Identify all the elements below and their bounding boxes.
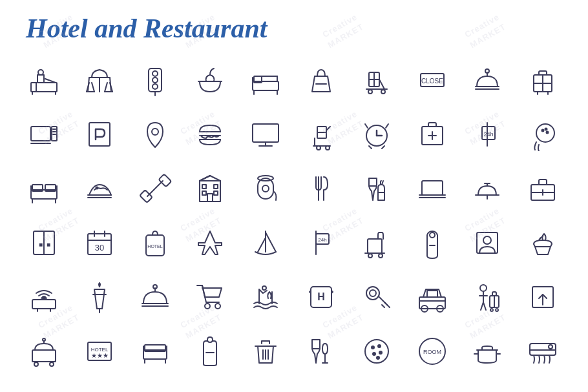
svg-point-37 — [381, 90, 385, 94]
icon-calendar: 30 — [75, 218, 124, 267]
icon-trash — [241, 327, 290, 376]
svg-point-68 — [326, 146, 330, 150]
svg-point-146 — [430, 232, 435, 238]
svg-rect-189 — [32, 350, 56, 362]
icon-cart-cloche — [19, 327, 68, 376]
svg-point-213 — [365, 340, 388, 363]
svg-point-43 — [485, 69, 489, 73]
svg-rect-0 — [31, 83, 57, 92]
svg-rect-150 — [32, 300, 56, 309]
icon-fish-meal — [75, 164, 124, 213]
icon-suitcase — [518, 56, 567, 105]
icon-tv — [19, 110, 68, 159]
svg-text:24h: 24h — [484, 131, 494, 138]
svg-line-75 — [369, 146, 372, 149]
svg-line-34 — [379, 79, 384, 89]
svg-point-56 — [152, 129, 158, 135]
icon-taxi — [408, 273, 457, 322]
icon-drink-cup — [75, 273, 124, 322]
svg-point-149 — [483, 236, 491, 244]
icon-first-aid — [408, 110, 457, 159]
icon-single-bed — [131, 327, 180, 376]
icon-wifi-table — [19, 273, 68, 322]
svg-rect-60 — [253, 124, 278, 142]
watermark: CreativeMARKET — [462, 11, 509, 51]
icon-wine-bottle-glass — [297, 327, 346, 376]
icon-trolley-bottle — [352, 218, 401, 267]
icon-luggage-cart — [352, 56, 401, 105]
svg-point-19 — [152, 77, 158, 83]
svg-line-170 — [384, 302, 387, 305]
svg-line-74 — [386, 124, 388, 128]
icon-laptop — [408, 164, 457, 213]
svg-point-214 — [372, 346, 374, 349]
svg-point-191 — [43, 338, 45, 341]
icon-cupcake — [518, 218, 567, 267]
svg-rect-104 — [214, 185, 218, 189]
svg-point-185 — [490, 309, 493, 311]
svg-line-107 — [200, 176, 210, 181]
svg-point-144 — [379, 254, 383, 258]
svg-rect-98 — [140, 190, 152, 203]
svg-point-216 — [373, 353, 375, 355]
icon-monitor — [241, 110, 290, 159]
svg-rect-116 — [422, 181, 443, 195]
icon-hotel-tag: HOTEL — [131, 218, 180, 267]
icon-briefcase — [518, 164, 567, 213]
icon-room-sign: ROOM — [408, 327, 457, 376]
svg-line-76 — [382, 146, 384, 149]
icon-traffic-light — [131, 56, 180, 105]
icon-reception-desk — [19, 56, 68, 105]
icon-person-luggage — [463, 273, 512, 322]
svg-line-182 — [483, 302, 486, 310]
svg-line-15 — [105, 83, 107, 92]
icon-cloche-large — [131, 273, 180, 322]
svg-point-111 — [262, 185, 269, 192]
icon-air-conditioner — [518, 327, 567, 376]
icon-door-hanger — [185, 327, 235, 376]
svg-point-83 — [536, 124, 554, 142]
icon-24h-flag: 24h — [297, 218, 346, 267]
icon-food-bowl — [185, 56, 235, 105]
icon-bed — [241, 56, 290, 105]
icon-pot — [463, 327, 512, 376]
svg-rect-102 — [207, 194, 213, 201]
icon-pool — [241, 273, 290, 322]
icon-double-bed — [19, 164, 68, 213]
icon-location-pin — [131, 110, 180, 159]
icon-luggage-trolley — [297, 110, 346, 159]
svg-point-162 — [262, 286, 266, 290]
svg-point-178 — [480, 285, 487, 291]
svg-text:■: ■ — [39, 241, 43, 248]
svg-point-86 — [547, 132, 549, 134]
svg-rect-17 — [149, 68, 162, 92]
icon-key — [352, 273, 401, 322]
page-title: Hotel and Restaurant — [19, 13, 267, 44]
svg-rect-106 — [214, 191, 218, 195]
icon-food-cloche — [463, 56, 512, 105]
icon-outdoor-table — [75, 56, 124, 105]
icon-bowling — [518, 110, 567, 159]
svg-line-181 — [481, 302, 483, 310]
svg-point-194 — [50, 362, 54, 366]
icon-sailboat — [241, 218, 290, 267]
svg-point-217 — [379, 351, 382, 354]
icon-person-sign — [463, 218, 512, 267]
svg-text:★★★: ★★★ — [90, 352, 108, 359]
svg-text:H: H — [317, 291, 325, 302]
svg-point-168 — [370, 290, 376, 296]
svg-point-36 — [368, 90, 372, 94]
icons-grid: CLOSE — [19, 56, 569, 376]
svg-point-18 — [152, 71, 158, 76]
svg-line-14 — [92, 83, 94, 92]
svg-point-153 — [43, 297, 45, 300]
icon-parking — [75, 110, 124, 159]
svg-rect-99 — [158, 174, 171, 187]
icon-airplane — [185, 218, 235, 267]
svg-line-171 — [382, 305, 384, 307]
svg-text:CLOSE: CLOSE — [421, 77, 443, 85]
icon-dumbbell — [131, 164, 180, 213]
svg-point-85 — [545, 129, 547, 130]
svg-rect-172 — [419, 297, 445, 309]
svg-point-218 — [377, 356, 379, 359]
